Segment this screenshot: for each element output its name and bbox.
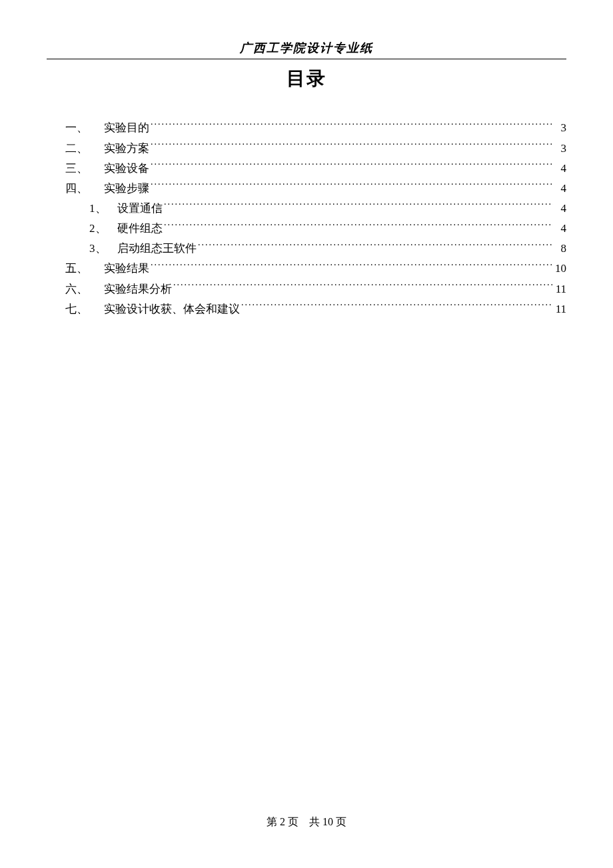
toc-text: 实验步骤 [104, 179, 149, 199]
toc-text: 设置通信 [117, 199, 163, 219]
toc-leader-dots [151, 118, 553, 131]
toc-leader-dots [151, 138, 553, 151]
toc-list: 一、 实验目的 3 二、 实验方案 3 三、 实验设备 4 四、 实验步骤 4 … [47, 118, 566, 319]
toc-leader-dots [198, 239, 553, 252]
toc-page-number: 4 [554, 199, 566, 219]
page-header: 广西工学院设计专业纸 [47, 40, 566, 59]
toc-subentry: 2、 硬件组态 4 [65, 219, 566, 239]
toc-text: 实验结果 [104, 259, 149, 279]
toc-page-number: 8 [554, 239, 566, 259]
toc-page-number: 11 [554, 299, 566, 319]
toc-leader-dots [241, 299, 553, 312]
toc-subentry: 1、 设置通信 4 [65, 199, 566, 219]
toc-leader-dots [164, 199, 553, 212]
toc-text: 硬件组态 [117, 219, 163, 239]
toc-text: 实验方案 [104, 139, 149, 159]
toc-page-number: 3 [554, 118, 566, 138]
toc-number: 五、 [65, 259, 104, 279]
toc-leader-dots [151, 178, 553, 191]
toc-leader-dots [151, 259, 553, 272]
toc-text: 实验结果分析 [104, 279, 172, 299]
toc-number: 一、 [65, 118, 104, 138]
toc-leader-dots [151, 158, 553, 171]
toc-entry: 三、 实验设备 4 [65, 158, 566, 178]
toc-entry: 六、 实验结果分析 11 [65, 279, 566, 299]
toc-number: 六、 [65, 279, 104, 299]
toc-entry: 五、 实验结果 10 [65, 259, 566, 279]
toc-page-number: 10 [554, 259, 566, 279]
toc-entry: 七、 实验设计收获、体会和建议 11 [65, 299, 566, 319]
toc-number: 三、 [65, 159, 104, 179]
toc-title: 目录 [47, 66, 566, 91]
toc-text: 启动组态王软件 [117, 239, 197, 259]
toc-entry: 二、 实验方案 3 [65, 138, 566, 158]
toc-text: 实验设备 [104, 159, 149, 179]
toc-page-number: 4 [554, 219, 566, 239]
toc-number: 3、 [89, 239, 117, 259]
toc-page-number: 3 [554, 139, 566, 159]
toc-page-number: 4 [554, 179, 566, 199]
toc-number: 2、 [89, 219, 117, 239]
toc-number: 1、 [89, 199, 117, 219]
toc-number: 二、 [65, 139, 104, 159]
toc-leader-dots [173, 279, 553, 292]
toc-number: 七、 [65, 299, 104, 319]
toc-entry: 一、 实验目的 3 [65, 118, 566, 138]
toc-leader-dots [164, 219, 553, 232]
toc-text: 实验目的 [104, 118, 149, 138]
toc-page-number: 4 [554, 159, 566, 179]
toc-page-number: 11 [554, 279, 566, 299]
toc-text: 实验设计收获、体会和建议 [104, 299, 240, 319]
toc-subentry: 3、 启动组态王软件 8 [65, 239, 566, 259]
page-footer: 第 2 页 共 10 页 [0, 815, 613, 829]
toc-number: 四、 [65, 179, 104, 199]
document-page: 广西工学院设计专业纸 目录 一、 实验目的 3 二、 实验方案 3 三、 实验设… [0, 0, 613, 868]
toc-entry: 四、 实验步骤 4 [65, 178, 566, 198]
